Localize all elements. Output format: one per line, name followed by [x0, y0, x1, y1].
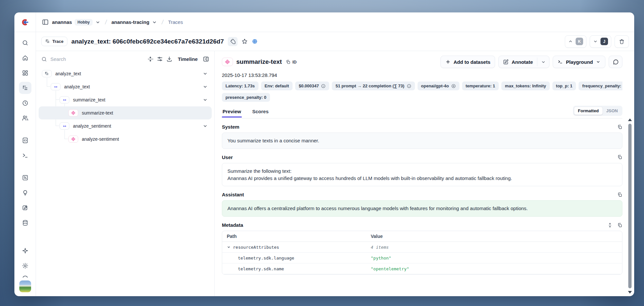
chevron-down-icon[interactable]	[203, 97, 208, 102]
plus-circle-icon[interactable]	[451, 84, 456, 88]
star-button[interactable]	[241, 38, 248, 45]
chevron-down-icon	[541, 60, 546, 64]
format-option-formatted[interactable]: Formatted	[574, 107, 603, 115]
sidebar-item-upgrade[interactable]	[19, 244, 31, 257]
app-window: anannas Hobby / anannas-tracing / Traces	[14, 12, 634, 296]
comments-button[interactable]	[609, 56, 622, 68]
project-selector[interactable]: anannas-tracing	[111, 19, 157, 25]
sidebar-item-dashboards[interactable]	[19, 67, 31, 79]
metadata-row-group[interactable]: resourceAttributes 4 items	[222, 242, 622, 253]
copy-icon[interactable]	[617, 223, 622, 228]
span-icon	[60, 122, 69, 130]
sidebar-item-home[interactable]	[19, 52, 31, 64]
comment-bubble-icon	[613, 59, 619, 65]
trace-tree-icon	[42, 70, 52, 77]
tree-node-trace[interactable]: analyze_text	[39, 67, 212, 80]
collapse-panel-button[interactable]	[203, 56, 209, 62]
metadata-value: 4 items	[371, 245, 617, 250]
sidebar-item-prompts[interactable]	[19, 134, 31, 146]
node-label: analyze_sentiment	[73, 123, 111, 129]
scrollbar-up-arrow[interactable]	[628, 118, 632, 121]
trace-tree-icon	[45, 39, 50, 44]
add-to-datasets-button[interactable]: Add to datasets	[440, 56, 495, 68]
project-name: anannas-tracing	[111, 19, 149, 25]
trash-icon	[619, 39, 625, 45]
node-label: summarize-text	[82, 110, 113, 116]
tag-button[interactable]	[228, 37, 238, 46]
tree-node-span[interactable]: analyze_text	[39, 80, 212, 93]
sidebar-item-sessions[interactable]	[19, 97, 31, 109]
public-link-button[interactable]	[252, 38, 258, 45]
info-icon[interactable]	[407, 84, 411, 88]
playground-button[interactable]: Playground	[553, 56, 605, 68]
temperature-badge: temperature: 1	[462, 81, 499, 90]
chevron-down-icon	[593, 39, 598, 44]
download-button[interactable]	[166, 56, 172, 62]
brand-logo-icon	[21, 18, 29, 26]
sidebar-toggle-icon[interactable]	[42, 19, 49, 26]
copy-id-button[interactable]: ID	[286, 60, 296, 64]
sidebar-item-playground[interactable]	[19, 149, 31, 161]
trace-title: analyze_text: 606c0febc692ce34ec67a7e632…	[71, 38, 224, 45]
notebook-pen-icon	[22, 205, 28, 211]
collapse-all-button[interactable]	[147, 56, 153, 62]
star-icon	[241, 38, 248, 45]
node-label: analyze_text	[64, 84, 90, 89]
sidebar-item-experiments[interactable]	[19, 202, 31, 214]
chevron-down-icon[interactable]	[203, 84, 208, 89]
sparkle-icon	[22, 247, 28, 254]
tab-scores[interactable]: Scores	[252, 107, 269, 117]
user-avatar[interactable]	[19, 280, 31, 292]
annotate-dropdown-button[interactable]	[537, 56, 549, 68]
timeline-toggle[interactable]: Timeline	[178, 56, 198, 62]
tree-settings-button[interactable]	[157, 56, 163, 62]
fold-vertical-icon	[147, 56, 153, 62]
observation-timestamp: 2025-10-17 13:53:28.794	[222, 72, 622, 78]
metadata-path: telemetry.sdk.language	[238, 256, 294, 261]
tree-node-span[interactable]: analyze_sentiment	[39, 119, 212, 133]
tree-node-generation[interactable]: analyze-sentiment	[39, 133, 212, 146]
sidebar-item-users[interactable]	[19, 112, 31, 124]
prev-trace-button[interactable]: K	[565, 35, 586, 48]
format-option-json[interactable]: JSON	[603, 107, 621, 115]
org-selector[interactable]: anannas Hobby	[52, 19, 100, 26]
breadcrumb-section[interactable]: Traces	[168, 19, 183, 25]
copy-icon[interactable]	[617, 192, 622, 197]
sidebar-item-settings[interactable]	[19, 260, 31, 272]
search-icon	[41, 56, 47, 62]
user-message: Summarize the following text: Anannas AI…	[222, 163, 622, 187]
tree-panel-toolbar: Timeline	[36, 51, 214, 66]
copy-icon[interactable]	[617, 154, 622, 160]
profile-icon-clipped[interactable]	[22, 275, 28, 278]
chevron-down-icon[interactable]	[203, 123, 208, 129]
tree-node-generation-selected[interactable]: summarize-text	[39, 106, 212, 119]
metadata-row: telemetry.sdk.name "opentelemetry"	[222, 263, 622, 274]
caret-down-icon[interactable]	[227, 245, 231, 249]
tab-preview[interactable]: Preview	[222, 107, 242, 117]
observation-header: summarize-text ID Add to datasets	[222, 56, 622, 68]
info-icon[interactable]	[321, 84, 326, 88]
tree-node-span[interactable]: summarize_text	[39, 93, 212, 106]
delete-trace-button[interactable]	[615, 35, 629, 48]
sidebar-item-evaluations[interactable]	[19, 171, 31, 184]
next-trace-button[interactable]: J	[590, 35, 611, 48]
scrollbar-down-arrow[interactable]	[628, 291, 632, 294]
sidebar-item-datasets[interactable]	[19, 217, 31, 229]
sidebar-item-tracing[interactable]	[19, 82, 31, 94]
app-logo[interactable]	[14, 12, 36, 32]
copy-icon	[286, 60, 291, 64]
metadata-table-header: Path Value	[222, 231, 622, 242]
tree-search-input[interactable]	[50, 56, 90, 62]
expand-rows-icon[interactable]	[607, 223, 613, 228]
chevron-down-icon	[95, 20, 100, 25]
tree-search[interactable]	[41, 56, 144, 62]
chevron-down-icon[interactable]	[203, 71, 208, 76]
annotate-button[interactable]: Annotate	[499, 56, 537, 68]
scrollbar-thumb[interactable]	[628, 124, 632, 288]
copy-icon[interactable]	[617, 124, 622, 130]
lightbulb-icon	[22, 189, 28, 196]
sidebar-item-search[interactable]	[19, 37, 31, 49]
playground-label: Playground	[566, 59, 593, 65]
trace-tree-icon	[22, 85, 28, 91]
sidebar-item-annotation-queues[interactable]	[19, 187, 31, 199]
